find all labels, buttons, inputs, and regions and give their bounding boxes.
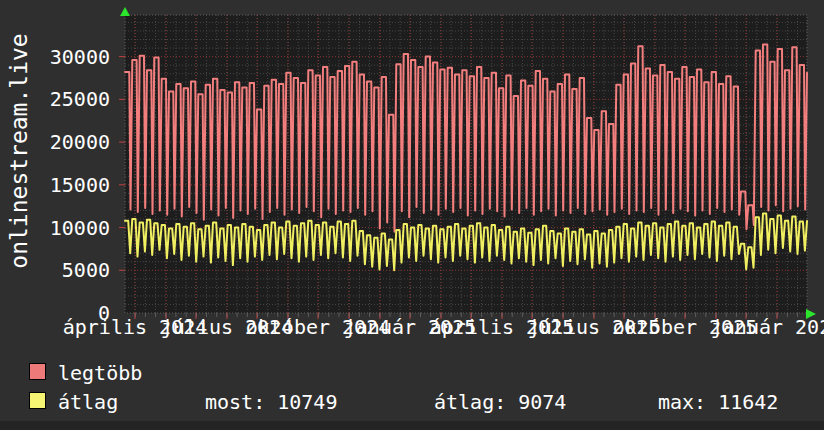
stat-atlag-label: átlag: <box>434 390 506 414</box>
y-axis-label: 15000 <box>0 174 110 196</box>
stat-atlag: átlag:9074 <box>434 391 566 413</box>
stat-most: most:10749 <box>205 391 337 413</box>
graph-window: onlinestream.live 0500010000150002000025… <box>0 0 824 430</box>
stat-max-label: max: <box>658 390 706 414</box>
y-axis-label: 20000 <box>0 131 110 153</box>
y-axis-label: 10000 <box>0 217 110 239</box>
legend-label-legtobb: legtöbb <box>58 362 142 384</box>
stat-atlag-value: 9074 <box>518 390 566 414</box>
x-axis-label: január 2026 <box>577 317 824 338</box>
legend-swatch-atlag <box>29 392 46 409</box>
y-axis-label: 5000 <box>0 259 110 281</box>
y-axis-arrow-icon <box>120 7 130 16</box>
stat-most-value: 10749 <box>277 390 337 414</box>
y-axis-label: 30000 <box>0 46 110 68</box>
legend-swatch-legtobb <box>29 363 46 380</box>
legend-label-atlag: átlag <box>58 391 118 413</box>
stat-max: max:11642 <box>658 391 778 413</box>
stat-most-label: most: <box>205 390 265 414</box>
footer-strip <box>0 421 824 430</box>
y-axis-label: 25000 <box>0 88 110 110</box>
stat-max-value: 11642 <box>718 390 778 414</box>
